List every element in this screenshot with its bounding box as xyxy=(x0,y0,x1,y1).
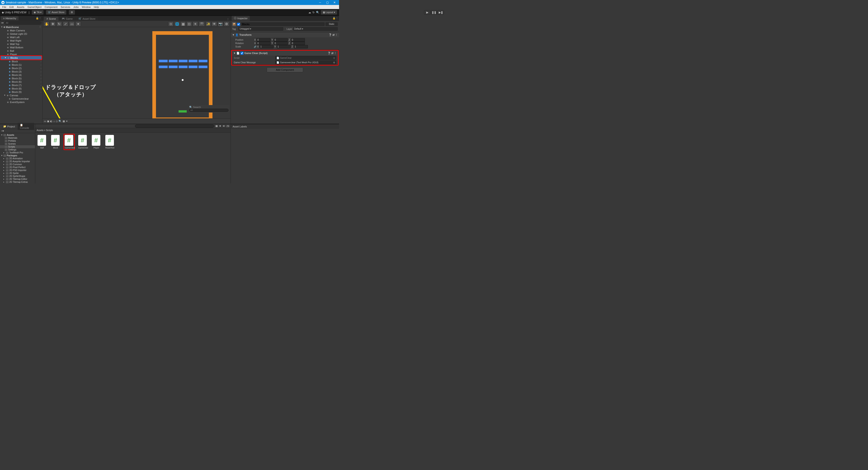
scl-y[interactable] xyxy=(277,45,291,49)
menu-services[interactable]: Services xyxy=(59,6,71,8)
undo-history-icon[interactable]: ↻ xyxy=(312,11,315,14)
cloud-icon[interactable]: ☁ xyxy=(308,11,311,14)
folder-item[interactable]: ▸2D Animation xyxy=(0,157,35,160)
hierarchy-item-canvas[interactable]: ▼◉Canvas xyxy=(0,94,42,97)
hierarchy-item[interactable]: ◉Wall Bottom xyxy=(0,45,42,49)
transform-header[interactable]: ▼ 👤 Transform❔ ⇄ ⋮ xyxy=(231,32,339,37)
tool-f[interactable]: 🔍 xyxy=(59,120,62,123)
hierarchy-item-blocks[interactable]: ▼◉Blocks xyxy=(1,56,41,59)
menu-component[interactable]: Component xyxy=(43,6,59,8)
hierarchy-scene-root[interactable]: ▼◈ MainScene⋮ xyxy=(0,25,42,29)
tool-d[interactable]: ○ xyxy=(53,120,55,123)
folder-item[interactable]: ▸2D Tilemap Extras xyxy=(0,181,35,184)
menu-help[interactable]: Help xyxy=(92,6,100,8)
folder-assets[interactable]: ▼Assets xyxy=(0,133,35,136)
hierarchy-item[interactable]: ◉Block (1)› xyxy=(0,63,42,66)
tab-scene[interactable]: # Scene xyxy=(44,17,59,21)
tool-e[interactable]: ◇ xyxy=(56,120,58,123)
asset-ball[interactable]: #Ball xyxy=(37,135,46,149)
hierarchy-item[interactable]: ◉Block (8)› xyxy=(0,87,42,90)
visibility-button[interactable]: 👁 xyxy=(212,22,217,26)
asset-resettext[interactable]: #ResetText xyxy=(105,135,114,149)
tab-project[interactable]: 📁 Project xyxy=(1,124,17,129)
menu-window[interactable]: Window xyxy=(81,6,92,8)
inspector-tab[interactable]: ⓘ Inspector xyxy=(232,16,250,21)
snap-button[interactable]: ⊡ xyxy=(186,22,192,26)
folder-item[interactable]: ▸2D Tilemap Editor xyxy=(0,178,35,181)
hierarchy-menu-icon[interactable]: ⋮ xyxy=(39,17,41,20)
hierarchy-item[interactable]: ◉Global Light 2D xyxy=(0,32,42,35)
hierarchy-item[interactable]: ◉EventSystem xyxy=(0,100,42,104)
folder-item[interactable]: Settings xyxy=(0,148,35,151)
search-filter-icon[interactable]: ▦ xyxy=(215,125,218,127)
menu-edit[interactable]: Edit xyxy=(8,6,15,8)
scale-tool-button[interactable]: ⤢ xyxy=(63,22,68,26)
menu-gameobject[interactable]: GameObject xyxy=(26,6,43,8)
move-tool-button[interactable]: ✥ xyxy=(50,22,56,26)
hierarchy-item[interactable]: ◉Block (4)› xyxy=(0,73,42,76)
maximize-button[interactable]: ▢ xyxy=(324,1,331,4)
script-enabled-checkbox[interactable] xyxy=(241,52,243,55)
hierarchy-item[interactable]: ◉Ball xyxy=(0,49,42,53)
hierarchy-tab[interactable]: ≡ Hierarchy xyxy=(1,16,19,20)
tool-g[interactable]: ▦ xyxy=(63,120,65,123)
hierarchy-lock-icon[interactable]: 🔒 xyxy=(36,17,39,20)
breadcrumb[interactable]: Assets > Scripts xyxy=(35,128,230,133)
effects-button[interactable]: ✨ xyxy=(206,22,211,26)
folder-scripts[interactable]: Scripts xyxy=(0,145,35,148)
folder-item[interactable]: Scenes xyxy=(0,143,35,145)
asset-player[interactable]: #Player xyxy=(92,135,101,149)
inspector-menu-icon[interactable]: ⋮ xyxy=(336,17,338,20)
transform-tool-button[interactable]: ✦ xyxy=(75,22,81,26)
close-button[interactable]: ✕ xyxy=(331,1,338,4)
grid-button[interactable]: ▦ xyxy=(180,22,186,26)
account-dropdown[interactable]: ◉ TA ▾ xyxy=(32,10,43,15)
favorite-icon[interactable]: ★ xyxy=(219,125,221,127)
script-header[interactable]: ▼ 📄 Game Clear (Script)❔ ⇄ ⋮ xyxy=(232,51,338,56)
scl-x[interactable] xyxy=(259,45,274,49)
hierarchy-item[interactable]: ◉Block (6)› xyxy=(0,80,42,83)
minimize-button[interactable]: ─ xyxy=(317,1,323,4)
menu-file[interactable]: File xyxy=(1,6,8,8)
tool-a[interactable]: ▭ xyxy=(44,120,46,123)
layer-dropdown[interactable]: Default ▾ xyxy=(293,27,338,31)
hand-tool-button[interactable]: ✋ xyxy=(44,22,49,26)
folder-item[interactable]: ▸TextMesh Pro xyxy=(0,151,35,154)
project-create-dropdown[interactable]: +▾ xyxy=(1,129,4,132)
rotate-tool-button[interactable]: ↻ xyxy=(57,22,62,26)
tool-b[interactable]: ▣ xyxy=(47,120,49,123)
hierarchy-item[interactable]: ◉Wall Top xyxy=(0,42,42,45)
scl-z[interactable] xyxy=(294,45,308,49)
search-icon[interactable]: 🔍 xyxy=(316,11,319,14)
pos-y[interactable] xyxy=(274,38,288,41)
hierarchy-search-input[interactable] xyxy=(4,21,41,25)
tab-game[interactable]: 🎮 Game xyxy=(59,17,75,21)
rot-z[interactable] xyxy=(291,41,305,45)
rot-y[interactable] xyxy=(274,41,288,45)
hierarchy-create-dropdown[interactable]: +▾ xyxy=(1,22,4,24)
tag-dropdown[interactable]: Untagged ▾ xyxy=(239,27,283,31)
pos-x[interactable] xyxy=(256,38,271,41)
rot-x[interactable] xyxy=(256,41,271,45)
folder-item[interactable]: ▸2D Common xyxy=(0,163,35,166)
folder-item[interactable]: ▸2D Pixel Perfect xyxy=(0,166,35,169)
global-button[interactable]: 🌐 xyxy=(174,22,180,26)
folder-packages[interactable]: ▼Packages xyxy=(0,154,35,157)
asset-gameclear[interactable]: #GameClear xyxy=(65,135,74,149)
asset-store-button[interactable]: 🛒 Asset Store xyxy=(46,10,66,15)
project-search-input[interactable] xyxy=(135,125,214,128)
hierarchy-item[interactable]: ◉Wall Right xyxy=(0,39,42,42)
folder-item[interactable]: ▸2D Aseprite Importer xyxy=(0,160,35,163)
add-component-button[interactable]: Add Component xyxy=(267,67,303,72)
hierarchy-item[interactable]: ◉Block› xyxy=(0,60,42,63)
scene-tabs-menu-icon[interactable]: ⋮ xyxy=(227,18,229,21)
script-reference[interactable]: 📄 GameClear⊙ xyxy=(275,56,336,60)
gizmos-button[interactable]: ⚙ xyxy=(224,22,229,26)
folder-item[interactable]: Materials xyxy=(0,136,35,139)
hierarchy-item[interactable]: ◉Wall Left xyxy=(0,35,42,39)
scene-search-input[interactable] xyxy=(189,109,228,112)
folder-item[interactable]: ▸2D PSD Importer xyxy=(0,169,35,172)
pos-z[interactable] xyxy=(291,38,305,41)
lighting-button[interactable]: ☀ xyxy=(193,22,198,26)
gameobject-active-checkbox[interactable] xyxy=(237,23,240,26)
